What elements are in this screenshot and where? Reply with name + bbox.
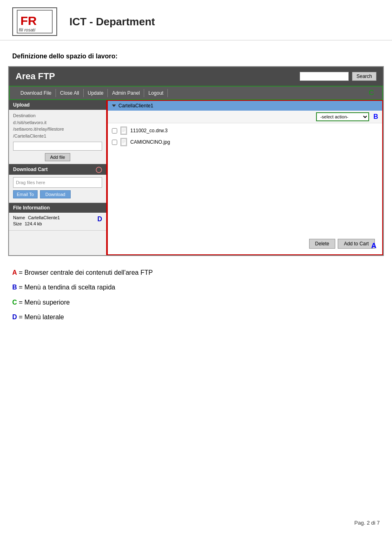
upload-section-body: Destination d:/siti/setlavoro.it /setlav… bbox=[9, 110, 106, 164]
desc-letter-c: C bbox=[12, 299, 17, 306]
file-info-header: File Information bbox=[9, 203, 106, 213]
file-info-name-label: Name bbox=[13, 215, 25, 220]
cart-buttons: Email To Download bbox=[13, 190, 102, 198]
drag-drop-zone[interactable]: Drag files here bbox=[13, 177, 102, 188]
label-d: D bbox=[97, 216, 102, 228]
descriptions: A = Browser centrale dei contenuti dell'… bbox=[0, 256, 392, 336]
add-to-cart-button[interactable]: Add to Cart bbox=[338, 239, 375, 249]
file-info-name: Name CartellaCliente1 bbox=[13, 215, 102, 220]
page-number: Pag. 2 di 7 bbox=[354, 520, 380, 526]
file-icon-1 bbox=[120, 127, 127, 135]
ftp-header-bar: Area FTP Search bbox=[9, 67, 383, 86]
desc-line-b: B = Menù a tendina di scelta rapida bbox=[12, 283, 380, 292]
header-title: ICT - Department bbox=[69, 16, 155, 28]
download-cart-body: Drag files here Email To Download bbox=[9, 175, 106, 202]
upload-filename-input[interactable] bbox=[13, 142, 102, 151]
file-info-body: Name CartellaCliente1 Size 124.4 kb D bbox=[9, 213, 106, 230]
ftp-nav-bar: Download File Close All Update Admin Pan… bbox=[9, 86, 383, 100]
file-name-1: 111002_co.drw.3 bbox=[130, 128, 167, 134]
label-c-nav: C bbox=[369, 89, 376, 97]
file-row: 111002_co.drw.3 bbox=[108, 125, 382, 136]
desc-line-d: D = Menù laterale bbox=[12, 313, 380, 322]
file-info-name-value: CartellaCliente1 bbox=[28, 215, 60, 220]
ftp-body: Upload Destination d:/siti/setlavoro.it … bbox=[9, 100, 383, 255]
desc-letter-a: A bbox=[12, 269, 17, 276]
email-to-button[interactable]: Email To bbox=[13, 190, 38, 198]
desc-letter-d: D bbox=[12, 314, 17, 320]
label-a: A bbox=[371, 242, 376, 250]
file-list: 111002_co.drw.3 CAMIONCINO.jpg bbox=[108, 123, 382, 149]
file-info-size-label: Size bbox=[13, 221, 22, 226]
upload-section-header: Upload bbox=[9, 100, 106, 110]
destination-path: Destination d:/siti/setlavoro.it /setlav… bbox=[13, 112, 102, 139]
svg-text:FR: FR bbox=[20, 14, 37, 27]
desc-line-c: C = Menù superiore bbox=[12, 298, 380, 307]
file-icon-2 bbox=[120, 138, 127, 146]
file-checkbox-1[interactable] bbox=[112, 128, 117, 134]
file-name-2: CAMIONCINO.jpg bbox=[130, 139, 170, 145]
svg-text:fili rosati: fili rosati bbox=[19, 27, 36, 32]
desc-text-c: = Menù superiore bbox=[19, 299, 70, 306]
file-row: CAMIONCINO.jpg bbox=[108, 136, 382, 148]
ftp-title: Area FTP bbox=[16, 71, 55, 82]
desc-text-d: = Menù laterale bbox=[19, 314, 64, 320]
svg-rect-3 bbox=[121, 127, 126, 134]
ftp-screenshot: Area FTP Search Download File Close All … bbox=[8, 66, 384, 256]
action-bar: -select action- B bbox=[108, 111, 382, 123]
nav-download-file[interactable]: Download File bbox=[16, 89, 56, 97]
label-b: B bbox=[373, 113, 378, 120]
page-header: FR fili rosati ICT - Department bbox=[0, 0, 392, 40]
logo-svg: FR fili rosati bbox=[16, 9, 53, 34]
ftp-search-button[interactable]: Search bbox=[352, 72, 376, 81]
file-info-size-value: 124.4 kb bbox=[24, 221, 42, 226]
page-subtitle: Definizione dello spazio di lavoro: bbox=[0, 40, 392, 66]
nav-update[interactable]: Update bbox=[84, 89, 108, 97]
delete-button[interactable]: Delete bbox=[309, 239, 336, 249]
download-button[interactable]: Download bbox=[40, 190, 71, 198]
desc-text-a: = Browser centrale dei contenuti dell'ar… bbox=[19, 269, 153, 276]
download-cart-header: Download Cart ◯ bbox=[9, 164, 106, 175]
upload-section: Upload Destination d:/siti/setlavoro.it … bbox=[9, 100, 106, 164]
folder-name: CartellaCliente1 bbox=[118, 103, 153, 109]
content-actions: Delete Add to Cart bbox=[305, 236, 379, 251]
destination-label: Destination bbox=[13, 113, 36, 118]
file-info-section: File Information Name CartellaCliente1 S… bbox=[9, 203, 106, 231]
ftp-sidebar: Upload Destination d:/siti/setlavoro.it … bbox=[9, 100, 107, 255]
nav-admin-panel[interactable]: Admin Panel bbox=[108, 89, 144, 97]
svg-rect-7 bbox=[121, 139, 126, 145]
desc-letter-b: B bbox=[12, 284, 17, 291]
file-checkbox-2[interactable] bbox=[112, 140, 117, 145]
file-info-size: Size 124.4 kb bbox=[13, 221, 102, 226]
desc-line-a: A = Browser centrale dei contenuti dell'… bbox=[12, 268, 380, 277]
download-cart-label: Download Cart bbox=[13, 167, 48, 172]
add-file-button[interactable]: Add file bbox=[45, 153, 71, 161]
logo: FR fili rosati bbox=[12, 7, 57, 36]
download-cart-section: Download Cart ◯ Drag files here Email To… bbox=[9, 164, 106, 203]
folder-arrow-icon bbox=[112, 105, 116, 107]
nav-close-all[interactable]: Close All bbox=[56, 89, 84, 97]
ftp-content-area: CartellaCliente1 -select action- B 11100… bbox=[107, 100, 383, 255]
cart-icon: ◯ bbox=[96, 166, 102, 173]
ftp-header-right: Search bbox=[300, 72, 376, 81]
folder-header: CartellaCliente1 bbox=[108, 101, 382, 111]
desc-text-b: = Menù a tendina di scelta rapida bbox=[19, 284, 115, 291]
select-action-dropdown[interactable]: -select action- bbox=[316, 112, 369, 121]
nav-logout[interactable]: Logout bbox=[144, 89, 168, 97]
ftp-search-input[interactable] bbox=[300, 72, 349, 81]
